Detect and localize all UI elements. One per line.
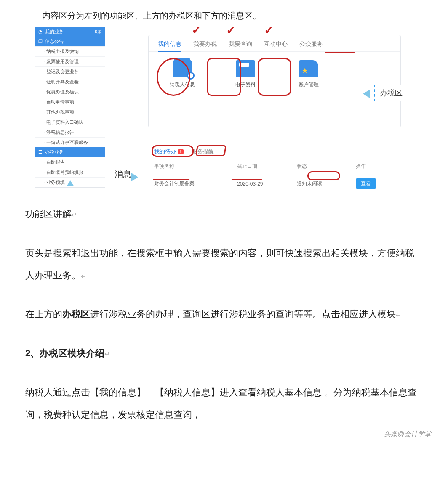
col-status: 状态 — [291, 159, 350, 174]
return-mark: ↵ — [81, 273, 86, 280]
card-account[interactable]: ★ 账户管理 — [292, 60, 325, 88]
card-edocs[interactable]: 电子资料 — [229, 60, 262, 88]
cell-name: 财务会计制度备案 — [148, 174, 231, 193]
folder-icon — [236, 60, 255, 77]
card-label: 账户管理 — [292, 81, 325, 88]
sidebar-header-biz[interactable]: ☰ 办税业务 — [35, 147, 105, 157]
intro-text: 内容区分为左列的功能区、上方的办税区和下方的消息区。 — [42, 10, 423, 21]
col-date: 截止日期 — [231, 159, 291, 174]
card-label: 纳税人信息 — [165, 81, 199, 88]
sidebar-header-badge: 0条 — [95, 29, 101, 35]
col-name: 事项名称 — [148, 159, 231, 174]
sidebar-item[interactable]: 涉税信息报告 — [35, 127, 105, 137]
message-table: 事项名称 截止日期 状态 操作 财务会计制度备案 2020-03-29 通知未阅… — [148, 159, 401, 193]
section-heading: 功能区讲解 — [25, 209, 72, 219]
sidebar-item[interactable]: 登记及变更业务 — [35, 66, 105, 77]
tab-query[interactable]: 我要查询 — [229, 40, 252, 48]
clock-icon: ◔ — [38, 29, 43, 34]
msg-tab-todo[interactable]: 我的待办 1 — [154, 148, 184, 155]
tab-myinfo[interactable]: 我的信息 — [158, 40, 181, 48]
msg-tab-label: 我的待办 — [154, 148, 176, 155]
arrow-right-icon — [131, 173, 138, 181]
sidebar-item[interactable]: 优惠办理及确认 — [35, 87, 105, 97]
card-label: 电子资料 — [229, 81, 262, 88]
arrow-left-icon — [363, 90, 370, 98]
paragraph: 纳税人通过点击【我的信息】—【纳税人信息】进入查看纳税人基本信息 。分为纳税基本… — [25, 387, 417, 420]
article-body: 功能区讲解↵ 页头是搜索和退出功能，在搜索框中输入需要搜索的内容，则可快速搜索出… — [25, 203, 423, 426]
sidebar-item[interactable]: 自助取号预约填报 — [35, 167, 105, 177]
sidebar-header2-label: 信息公告 — [45, 38, 64, 45]
sidebar-item[interactable]: 纳税申报及缴纳 — [35, 46, 105, 56]
badge-count: 1 — [178, 149, 184, 154]
tab-dotax[interactable]: 我要办税 — [193, 40, 217, 48]
card-taxpayer-info[interactable]: 纳税人信息 — [165, 60, 199, 88]
view-button[interactable]: 查看 — [356, 178, 376, 189]
tab-public[interactable]: 公众服务 — [299, 40, 323, 48]
callout-tax-area: 办税区 — [374, 85, 408, 101]
sidebar-item[interactable]: 其他办税事项 — [35, 107, 105, 117]
sidebar-header-label: 我的业务 — [45, 29, 64, 35]
ui-screenshot-figure: ◔ 我的业务 0条 ❐ 信息公告 纳税申报及缴纳 发票使用及管理 登记及变更业务… — [35, 27, 413, 186]
msg-tab-remind[interactable]: 服务提醒 — [192, 148, 214, 155]
return-mark: ↵ — [104, 350, 110, 358]
arrow-up-icon — [67, 180, 74, 186]
main-tabs: 我的信息 我要办税 我要查询 互动中心 公众服务 — [149, 35, 400, 52]
message-panel: 我的待办 1 服务提醒 事项名称 截止日期 状态 操作 财务会计制度备案 202… — [148, 144, 401, 193]
list-icon: ☰ — [38, 149, 43, 155]
sidebar-item[interactable]: 发票使用及管理 — [35, 56, 105, 66]
sidebar-header3-label: 办税业务 — [45, 149, 64, 155]
cell-status: 通知未阅读 — [291, 174, 350, 193]
sidebar-item[interactable]: 一窗式办事互联服务 — [35, 137, 105, 147]
watermark: 头条@会计学堂 — [384, 430, 431, 439]
sidebar-item[interactable]: 自助报告 — [35, 157, 105, 167]
sidebar: ◔ 我的业务 0条 ❐ 信息公告 纳税申报及缴纳 发票使用及管理 登记及变更业务… — [35, 27, 105, 188]
sidebar-item[interactable]: 电子资料入口确认 — [35, 117, 105, 127]
cell-date: 2020-03-29 — [231, 174, 291, 193]
paragraph-part: 进行涉税业务的办理，查询区进行涉税业务的查询等等。点击相应进入模块 — [90, 309, 396, 319]
receipt-icon — [173, 60, 192, 77]
bold-term: 办税区 — [62, 309, 90, 319]
sidebar-item[interactable]: 证明开具及查验 — [35, 77, 105, 87]
note-icon: ❐ — [38, 39, 43, 44]
account-icon: ★ — [299, 60, 318, 77]
paragraph-part: 在上方的 — [25, 309, 62, 319]
col-action: 操作 — [350, 159, 401, 174]
sidebar-header-mytasks[interactable]: ◔ 我的业务 0条 — [35, 27, 105, 37]
callout-message-area: 消息 — [115, 170, 131, 179]
return-mark: ↵ — [396, 311, 401, 318]
sidebar-header-info[interactable]: ❐ 信息公告 — [35, 37, 105, 46]
return-mark: ↵ — [72, 211, 77, 218]
sidebar-item[interactable]: 自助申请事项 — [35, 97, 105, 107]
tab-interact[interactable]: 互动中心 — [264, 40, 288, 48]
section-heading: 2、办税区模块介绍 — [25, 348, 104, 358]
tax-area-panel: 我的信息 我要办税 我要查询 互动中心 公众服务 纳税人信息 电子资料 ★ 账户… — [148, 35, 401, 127]
table-row: 财务会计制度备案 2020-03-29 通知未阅读 查看 — [148, 174, 401, 193]
